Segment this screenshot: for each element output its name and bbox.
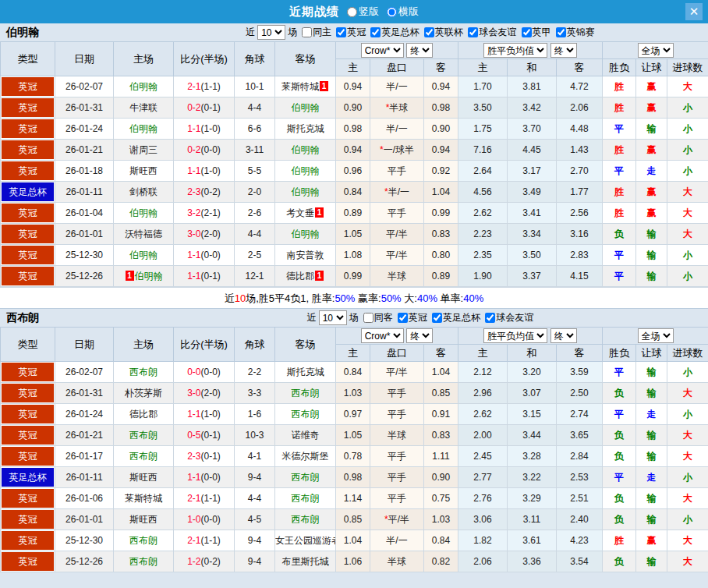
league-filter[interactable]: 英足总杯 (368, 26, 419, 39)
mean-home-odds: 1.75 (458, 119, 508, 140)
layout-option-horizontal[interactable]: 横版 (382, 5, 419, 19)
col-header-corner: 角球 (235, 328, 275, 362)
result-wdl: 负 (603, 224, 636, 245)
vertical-radio[interactable] (347, 7, 357, 17)
horizontal-radio[interactable] (387, 7, 397, 17)
match-type-badge: 英冠 (2, 204, 54, 222)
match-row: 英冠 26-02-07 伯明翰 2-1(1-1) 10-1 莱斯特城1 0.94… (1, 76, 708, 97)
mean-home-odds: 2.96 (458, 383, 508, 404)
league-checkbox[interactable] (424, 27, 434, 37)
home-team: 斯旺西 (114, 509, 174, 530)
league-filter[interactable]: 英冠 (334, 26, 366, 39)
titlebar: 近期战绩 竖版 横版 ✕ (0, 0, 708, 23)
same-venue-checkbox[interactable] (363, 313, 373, 323)
handicap: *半/一 (370, 182, 424, 203)
col-header-away: 客场 (275, 42, 336, 76)
away-team: 女王公园巡游者 (275, 530, 336, 551)
league-checkbox[interactable] (522, 27, 532, 37)
games-count-select[interactable]: 10 (319, 310, 347, 325)
layout-option-vertical[interactable]: 竖版 (342, 5, 379, 19)
result-handicap: 输 (636, 245, 667, 266)
odds-home: 1.03 (336, 383, 370, 404)
league-filter[interactable]: 英锦赛 (554, 26, 595, 39)
games-count-select[interactable]: 10 (257, 25, 285, 40)
match-row: 英冠 26-01-06 莱斯特城 2-1(1-1) 4-4 西布朗 1.14 平… (1, 488, 708, 509)
home-team: 伯明翰 (114, 76, 174, 97)
col-header-home: 主场 (114, 328, 174, 362)
odds-stage-select-1[interactable]: 终 (406, 328, 433, 343)
handicap: 平手 (370, 488, 424, 509)
league-filter[interactable]: 球会友谊 (466, 26, 516, 39)
league-checkbox[interactable] (556, 27, 566, 37)
match-row: 英冠 26-01-04 伯明翰 3-2(2-1) 2-6 考文垂1 0.89 平… (1, 203, 708, 224)
odds-away: 1.04 (424, 182, 458, 203)
mean-draw-odds: 3.36 (508, 551, 557, 572)
home-team: 伯明翰 (114, 203, 174, 224)
result-goals: 大 (667, 425, 708, 446)
away-team: 西布朗 (275, 467, 336, 488)
league-checkbox[interactable] (432, 313, 442, 323)
result-goals: 大 (667, 446, 708, 467)
table-header-row-1: 类型 日期 主场 比分(半场) 角球 客场 Crow* 终 胜平负均值 终 全场 (1, 328, 708, 345)
match-date: 26-01-01 (55, 509, 114, 530)
result-handicap: 赢 (636, 97, 667, 119)
same-venue-filter[interactable]: 同客 (361, 311, 393, 324)
same-venue-filter[interactable]: 同主 (299, 26, 331, 39)
mean-odds-select[interactable]: 胜平负均值 (483, 328, 547, 343)
league-filter[interactable]: 英联杯 (422, 26, 463, 39)
mean-home-odds: 7.16 (458, 140, 508, 161)
mean-draw-odds: 3.37 (508, 266, 557, 287)
result-scope-select[interactable]: 全场 (638, 43, 674, 58)
col-header-away: 客场 (275, 328, 336, 362)
mean-away-odds: 2.40 (557, 509, 603, 530)
odds-stage-select-1[interactable]: 终 (406, 43, 433, 58)
team-name: 西布朗 (6, 311, 139, 325)
mean-home-odds: 4.56 (458, 182, 508, 203)
odds-stage-select-2[interactable]: 终 (550, 43, 577, 58)
odds-away: 0.85 (424, 383, 458, 404)
league-checkbox[interactable] (468, 27, 478, 37)
league-filter[interactable]: 英甲 (519, 26, 551, 39)
league-filter[interactable]: 英冠 (395, 311, 427, 324)
record-summary: 近10场,胜5平4负1, 胜率:50% 赢率:50% 大:40% 单率:40% (0, 287, 708, 308)
filter-row: 伯明翰 近 10 场 同主 英冠 英足总杯 英联杯 球会友谊 英甲 英锦赛 (0, 23, 708, 41)
games-suffix-label: 场 (349, 311, 359, 324)
odds-stage-select-2[interactable]: 终 (550, 328, 577, 343)
league-filter[interactable]: 球会友谊 (483, 311, 533, 324)
mean-home-odds: 1.90 (458, 266, 508, 287)
league-checkbox[interactable] (370, 27, 381, 37)
score-cell: 0-0(0-0) (174, 362, 235, 383)
odds-home: 1.14 (336, 488, 370, 509)
away-team: 考文垂1 (275, 203, 336, 224)
odds-provider-select[interactable]: Crow* (361, 328, 404, 343)
handicap: 平手 (370, 446, 424, 467)
corner-count: 2-2 (235, 362, 275, 383)
league-checkbox[interactable] (336, 27, 346, 37)
result-handicap: 赢 (636, 530, 667, 551)
score-cell: 2-3(0-1) (174, 446, 235, 467)
close-icon[interactable]: ✕ (685, 3, 703, 20)
score-cell: 1-1(1-0) (174, 404, 235, 425)
mean-odds-select[interactable]: 胜平负均值 (483, 43, 547, 58)
odds-provider-select[interactable]: Crow* (361, 43, 404, 58)
league-filter[interactable]: 英足总杯 (430, 311, 480, 324)
match-row: 英冠 25-12-30 西布朗 2-1(1-1) 9-4 女王公园巡游者 1.0… (1, 530, 708, 551)
league-filters: 英冠 英足总杯 球会友谊 (395, 311, 534, 325)
odds-home: 0.94 (336, 76, 370, 97)
table-header-row-1: 类型 日期 主场 比分(半场) 角球 客场 Crow* 终 胜平负均值 终 全场 (1, 42, 708, 59)
handicap: *一/球半 (370, 140, 424, 161)
league-filters: 英冠 英足总杯 英联杯 球会友谊 英甲 英锦赛 (334, 26, 595, 40)
odds-provider-group: Crow* 终 (336, 42, 458, 59)
mean-away-odds: 2.83 (557, 245, 603, 266)
home-team: 西布朗 (114, 446, 174, 467)
result-wdl: 胜 (603, 182, 636, 203)
handicap: 平手 (370, 203, 424, 224)
same-venue-checkbox[interactable] (302, 27, 312, 37)
league-checkbox[interactable] (398, 313, 408, 323)
score-cell: 3-2(2-1) (174, 203, 235, 224)
result-handicap: 输 (636, 119, 667, 140)
home-team: 西布朗 (114, 551, 174, 572)
col-header-mean-away: 客 (557, 345, 603, 362)
league-checkbox[interactable] (485, 313, 495, 323)
result-scope-select[interactable]: 全场 (638, 328, 674, 343)
